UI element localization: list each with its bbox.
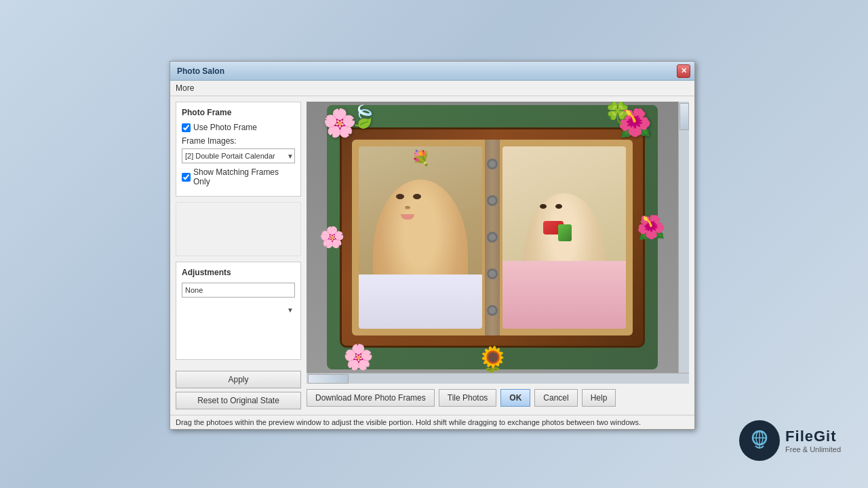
filegit-name: FileGit xyxy=(785,428,841,445)
use-photo-frame-checkbox[interactable] xyxy=(182,123,191,132)
right-clothes xyxy=(502,261,626,329)
frame-images-dropdown[interactable]: [2] Double Portait Calendar xyxy=(182,148,295,163)
apply-button[interactable]: Apply xyxy=(176,371,301,388)
left-eye-right xyxy=(413,194,421,199)
ok-button[interactable]: OK xyxy=(500,389,530,407)
preview-with-scroll: 🌸 🍃 🌺 🍀 🌸 🌻 🌺 🌸 xyxy=(307,102,689,373)
photo-left: 💐 xyxy=(359,146,482,329)
filegit-icon xyxy=(739,420,780,461)
leaf-top-left-icon: 🍃 xyxy=(350,104,377,129)
left-panel: Photo Frame Use Photo Frame Frame Images… xyxy=(176,102,301,409)
flower-bottom-left-icon: 🌸 xyxy=(343,343,374,371)
spiral-ring-2 xyxy=(487,195,498,206)
photos-container: 💐 xyxy=(352,140,633,336)
photo-right xyxy=(502,146,626,329)
dialog-body: Photo Frame Use Photo Frame Frame Images… xyxy=(170,96,694,415)
left-eye-left xyxy=(396,194,404,199)
reset-button[interactable]: Reset to Original State xyxy=(176,392,301,409)
filegit-logo-svg xyxy=(747,428,772,453)
close-button[interactable]: ✕ xyxy=(677,64,690,78)
spiral-ring-1 xyxy=(487,159,498,169)
help-button[interactable]: Help xyxy=(582,389,616,407)
title-bar: Photo Salon ✕ xyxy=(170,62,694,81)
menu-bar: More xyxy=(170,81,694,96)
frame-list-area xyxy=(176,202,301,256)
flower-bottom-center-icon: 🌻 xyxy=(477,345,509,373)
action-buttons: Apply Reset to Original State xyxy=(176,371,301,409)
spiral-ring-4 xyxy=(487,268,498,279)
frame-images-label: Frame Images: xyxy=(182,136,295,146)
preview-scrollbar-right[interactable] xyxy=(678,102,689,373)
scrollbar-h-thumb[interactable] xyxy=(308,374,349,384)
frame-images-dropdown-wrapper: [2] Double Portait Calendar ▼ xyxy=(182,148,295,163)
adjustments-title: Adjustments xyxy=(182,268,295,277)
toy-green xyxy=(558,224,572,241)
filegit-watermark: FileGit Free & Unlimited xyxy=(739,420,841,461)
use-photo-frame-label: Use Photo Frame xyxy=(193,123,257,132)
flower-right-icon: 🌺 xyxy=(637,214,665,241)
adjustments-section: Adjustments None ▼ xyxy=(176,262,301,360)
spiral-ring-5 xyxy=(487,305,498,316)
download-button[interactable]: Download More Photo Frames xyxy=(307,389,435,407)
show-matching-checkbox[interactable] xyxy=(182,173,191,182)
spiral-divider xyxy=(485,140,500,336)
main-dialog: Photo Salon ✕ More Photo Frame Use Photo… xyxy=(170,61,695,430)
flower-left-icon: 🌸 xyxy=(319,225,344,249)
photo-frame-section: Photo Frame Use Photo Frame Frame Images… xyxy=(176,102,301,197)
flower-crown-icon: 💐 xyxy=(412,150,430,167)
preview-scrollbar-bottom[interactable] xyxy=(307,373,689,384)
show-matching-label: Show Matching Frames Only xyxy=(193,167,295,186)
leaf-top-right-icon: 🍀 xyxy=(604,102,631,126)
right-panel: 🌸 🍃 🌺 🍀 🌸 🌻 🌺 🌸 xyxy=(307,102,689,409)
use-photo-frame-row: Use Photo Frame xyxy=(182,123,295,132)
spiral-ring-3 xyxy=(487,232,498,243)
right-eye-right xyxy=(555,204,562,209)
frame-wrapper: 🌸 🍃 🌺 🍀 🌸 🌻 🌺 🌸 xyxy=(330,117,655,358)
left-clothes xyxy=(359,274,482,329)
status-bar: Drag the photoes within the preview wind… xyxy=(170,415,694,429)
left-nose xyxy=(405,206,410,209)
photo-frame-container: 🌸 🍃 🌺 🍀 🌸 🌻 🌺 🌸 xyxy=(307,102,678,373)
photo-frame-title: Photo Frame xyxy=(182,108,295,117)
menu-more[interactable]: More xyxy=(176,83,194,93)
dialog-title: Photo Salon xyxy=(174,66,224,76)
tile-photos-button[interactable]: Tile Photos xyxy=(439,389,497,407)
cancel-button[interactable]: Cancel xyxy=(534,389,577,407)
adjustments-dropdown-wrapper: None ▼ xyxy=(182,283,295,337)
show-matching-row: Show Matching Frames Only xyxy=(182,167,295,186)
preview-area[interactable]: 🌸 🍃 🌺 🍀 🌸 🌻 🌺 🌸 xyxy=(307,102,678,373)
right-eye-left xyxy=(540,204,547,209)
filegit-sub: Free & Unlimited xyxy=(785,445,841,453)
bottom-buttons: Download More Photo Frames Tile Photos O… xyxy=(307,384,689,409)
filegit-text: FileGit Free & Unlimited xyxy=(785,428,841,453)
adjustments-dropdown-arrow-icon: ▼ xyxy=(287,306,294,314)
wooden-frame: 💐 xyxy=(340,127,645,348)
status-text: Drag the photoes within the preview wind… xyxy=(176,418,641,426)
adjustments-dropdown[interactable]: None xyxy=(182,283,295,298)
scrollbar-thumb[interactable] xyxy=(679,103,689,130)
